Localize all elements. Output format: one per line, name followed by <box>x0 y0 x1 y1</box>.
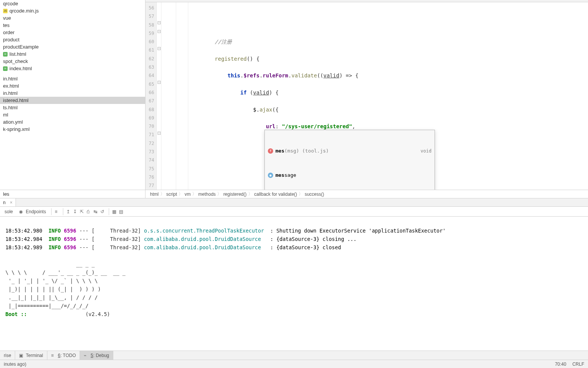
project-sidebar: qrcode JSqrcode.min.js vue tes order pro… <box>0 0 145 198</box>
html-icon: H <box>3 66 8 71</box>
breadcrumb-item[interactable]: registered() <box>223 192 246 197</box>
breadcrumb-item[interactable]: script <box>166 192 177 197</box>
tree-item[interactable]: ml <box>0 111 145 118</box>
tree-item[interactable]: vue <box>0 14 145 22</box>
fold-toggle-icon[interactable]: − <box>158 81 161 84</box>
todo-icon: ≡ <box>51 353 56 358</box>
console-tabs[interactable]: n × <box>0 198 588 207</box>
breadcrumb-item[interactable]: methods <box>198 192 216 197</box>
close-icon[interactable]: × <box>10 200 13 205</box>
fold-toggle-icon[interactable]: − <box>158 47 161 50</box>
clear-icon[interactable]: ↺ <box>100 209 106 214</box>
fold-gutter[interactable]: − − − − − <box>157 2 161 190</box>
tree-item[interactable]: order <box>0 29 145 36</box>
file-tree[interactable]: qrcode JSqrcode.min.js vue tes order pro… <box>0 0 145 190</box>
sidebar-section[interactable]: les <box>0 190 145 198</box>
debug-icon: ⌁ <box>84 353 89 358</box>
breadcrumb[interactable]: html〉 script〉 vm〉 methods〉 registered()〉… <box>145 190 588 198</box>
tree-item[interactable]: in.html <box>0 75 145 82</box>
tree-item[interactable]: ts.html <box>0 104 145 111</box>
console-tab[interactable]: n × <box>0 198 16 206</box>
breadcrumb-item[interactable]: html <box>150 192 159 197</box>
console-toolbar: sole ◉Endpoints ≡ ↥ ↧ ⇱ ⎙ ↹ ↺ ▦ ▤ <box>0 207 588 217</box>
tab-terminal[interactable]: ▣Terminal <box>15 351 47 360</box>
tree-item[interactable]: ation.yml <box>0 118 145 126</box>
tree-item[interactable]: tes <box>0 22 145 29</box>
function-icon: f <box>268 148 273 154</box>
tree-item[interactable]: Hindex.html <box>0 65 145 72</box>
fold-toggle-icon[interactable]: − <box>158 132 161 135</box>
js-icon: JS <box>3 9 8 13</box>
line-ending[interactable]: CRLF <box>572 362 584 367</box>
tree-item-selected[interactable]: istered.html <box>0 97 145 104</box>
export-icon[interactable]: ⇱ <box>80 209 85 214</box>
html-icon: H <box>3 52 8 57</box>
tab-debug[interactable]: ⌁5: Debug <box>80 351 113 360</box>
layout-icon[interactable]: ▦ <box>112 209 117 214</box>
autocomplete-popup[interactable]: f mes(msg) (tool.js) void ● message ● po… <box>264 130 435 190</box>
console-panel: n × sole ◉Endpoints ≡ ↥ ↧ ⇱ ⎙ ↹ ↺ ▦ ▤ 18… <box>0 198 588 351</box>
tab-rise[interactable]: rise <box>0 351 15 360</box>
tree-item[interactable]: Hlist.html <box>0 50 145 58</box>
print-icon[interactable]: ⎙ <box>87 209 92 214</box>
breadcrumb-item[interactable]: success() <box>305 192 324 197</box>
autocomplete-item[interactable]: ● message <box>265 171 435 179</box>
tree-item[interactable]: spot_check <box>0 58 145 65</box>
settings-icon[interactable]: ▤ <box>119 209 124 214</box>
breadcrumb-item[interactable]: callback for validate() <box>254 192 297 197</box>
tree-item[interactable]: in.html <box>0 90 145 97</box>
endpoints-icon: ◉ <box>19 209 24 214</box>
comment: //注册 <box>215 39 232 45</box>
editor-area: 565758596061 626364656667 686970717273 7… <box>145 0 588 198</box>
tab-todo[interactable]: ≡6: TODO <box>47 351 80 360</box>
method-icon: ● <box>268 173 273 178</box>
breadcrumb-item[interactable]: vm <box>185 192 191 197</box>
wrap-icon[interactable]: ≡ <box>55 209 60 214</box>
status-bar: inutes ago) 70:40 CRLF <box>0 360 588 368</box>
tool-window-tabs[interactable]: rise ▣Terminal ≡6: TODO ⌁5: Debug <box>0 351 588 360</box>
tree-item[interactable]: product <box>0 36 145 43</box>
line-number-gutter: 565758596061 626364656667 686970717273 7… <box>145 2 157 190</box>
terminal-icon: ▣ <box>19 353 24 358</box>
tree-item[interactable]: productExample <box>0 43 145 50</box>
scroll-down-icon[interactable]: ↧ <box>73 209 78 214</box>
autocomplete-item[interactable]: f mes(msg) (tool.js) void <box>265 147 435 155</box>
endpoints-button[interactable]: ◉Endpoints <box>17 208 48 215</box>
code-editor[interactable]: //注册 registered() { this.$refs.ruleForm.… <box>161 2 588 190</box>
console-button[interactable]: sole <box>2 208 15 215</box>
tree-item[interactable]: qrcode <box>0 0 145 7</box>
fold-toggle-icon[interactable]: − <box>158 30 161 33</box>
status-left: inutes ago) <box>4 362 26 367</box>
tree-item[interactable]: k-spring.xml <box>0 126 145 133</box>
tree-item[interactable]: ex.html <box>0 82 145 90</box>
cursor-position[interactable]: 70:40 <box>555 362 566 367</box>
fold-toggle-icon[interactable]: − <box>158 21 161 24</box>
scroll-up-icon[interactable]: ↥ <box>66 209 72 214</box>
filter-icon[interactable]: ↹ <box>94 209 99 214</box>
tree-item[interactable]: JSqrcode.min.js <box>0 7 145 14</box>
console-output[interactable]: 18:53:42.980 INFO 6596 --- [ Thread-32] … <box>0 217 588 351</box>
